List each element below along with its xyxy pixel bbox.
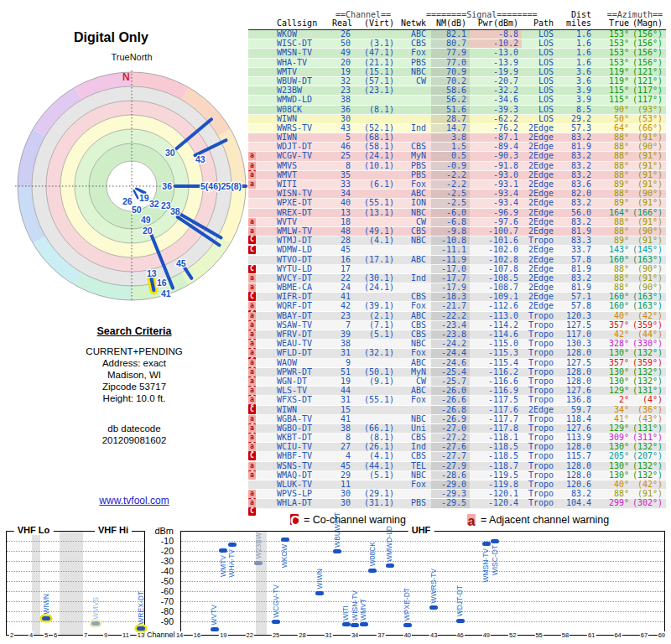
distance-cell: 83.2 — [557, 162, 594, 170]
warning-cell: aC — [248, 162, 277, 170]
station-label: WHA-TV — [227, 549, 236, 578]
channel-tick: 14 — [175, 631, 184, 639]
azimuth-true-cell: 50° — [594, 115, 631, 123]
azimuth-magn-cell: (132°) — [631, 471, 666, 480]
pwr-dbm-cell: -76.2 — [470, 124, 522, 132]
pwr-dbm-cell: -34.6 — [470, 96, 522, 104]
distance-cell: 113.9 — [557, 434, 594, 442]
dbm-tick: -10 — [149, 536, 174, 546]
station-label: WWRS-TV — [429, 569, 438, 604]
virtual-channel-cell: (26.1) — [351, 443, 394, 451]
adjacent-channel-warning-icon: a — [248, 312, 256, 320]
warning-cell — [248, 480, 277, 489]
callsign-cell: WMVS — [277, 162, 332, 170]
chart-frame — [6, 531, 145, 636]
network-cell: Fox — [394, 396, 431, 404]
nm-db-cell: 77.0 — [431, 59, 470, 67]
warning-cell: C — [248, 293, 277, 301]
tvfool-report: Digital Only TrueNorth N3043365(46)25(8)… — [0, 0, 671, 644]
warning-cell: a — [248, 274, 277, 283]
search-criteria-heading: Search Criteria — [34, 325, 235, 337]
warning-cell: aC — [248, 499, 277, 507]
distance-cell: 57.8 — [557, 256, 594, 264]
pwr-dbm-cell: -116.9 — [470, 387, 522, 395]
pwr-dbm-cell: -117.8 — [470, 424, 522, 433]
path-cell: 2Edge — [522, 256, 557, 264]
distance-cell: 83.2 — [557, 171, 594, 179]
channel-tick: 69 — [658, 631, 666, 639]
warning-cell — [248, 96, 277, 104]
azimuth-true-cell: 129° — [594, 424, 631, 433]
co-channel-warning-icon: C — [248, 406, 256, 414]
real-channel-cell: 49 — [332, 49, 351, 57]
azimuth-true-cell: 160° — [594, 293, 631, 301]
station-marker — [228, 543, 237, 547]
azimuth-magn-cell: (91°) — [631, 152, 666, 160]
nm-db-cell: 1.5 — [431, 143, 470, 151]
nm-db-cell: -0.9 — [431, 162, 470, 170]
network-cell: Fox — [394, 349, 431, 357]
pwr-dbm-cell: -115.0 — [470, 340, 522, 348]
azimuth-true-cell: 328° — [594, 340, 631, 348]
azimuth-true-cell: 88° — [594, 227, 631, 236]
azimuth-true-cell: 34° — [594, 406, 631, 414]
network-cell: NBC — [394, 236, 431, 245]
nm-db-cell: -29.5 — [431, 499, 470, 507]
azimuth-true-cell: 41° — [594, 415, 631, 423]
azimuth-true-cell: 309° — [594, 434, 631, 442]
nm-db-cell: -26.6 — [431, 396, 470, 404]
virtual-channel-cell: (15.1) — [351, 68, 394, 76]
azimuth-magn-cell: (44°) — [631, 330, 666, 339]
station-label: WREX-DT — [137, 591, 145, 625]
warning-cell: aC — [248, 415, 277, 423]
distance-cell: 104.4 — [557, 499, 594, 507]
real-channel-cell: 9 — [332, 359, 351, 367]
azimuth-true-cell: 88° — [594, 283, 631, 292]
channel-tick: 55 — [534, 631, 543, 639]
virtual-channel-cell — [351, 387, 394, 395]
distance-cell: 128.0 — [557, 377, 594, 386]
adjacent-channel-warning-icon: a — [248, 302, 256, 310]
nm-db-cell: -17.9 — [431, 283, 470, 292]
virtual-channel-cell: (47.1) — [351, 49, 394, 57]
azimuth-true-cell: 88° — [594, 162, 631, 170]
warning-cell — [248, 190, 277, 198]
nm-db-cell: -6.0 — [431, 209, 470, 217]
distance-cell: 56.0 — [557, 209, 594, 217]
channel-tick: 5 — [44, 631, 49, 639]
pwr-dbm-cell: -117.7 — [470, 415, 522, 423]
pwr-dbm-cell: -97.6 — [470, 218, 522, 226]
distance-cell: 1.6 — [557, 30, 594, 39]
azimuth-magn-cell: (207°) — [631, 452, 666, 460]
channel-tick: 4 — [29, 631, 34, 639]
station-marker — [281, 538, 289, 542]
adjacent-channel-warning-icon: a — [248, 349, 256, 357]
callsign-cell: WFRV-DT — [277, 330, 332, 339]
warning-cell: a — [248, 218, 277, 226]
channel-tick: 25 — [272, 631, 280, 639]
azimuth-true-cell: 130° — [594, 377, 631, 386]
dbm-tick: -20 — [149, 546, 174, 556]
band-label: VHF Hi — [95, 525, 132, 535]
pwr-dbm-cell: -116.6 — [470, 377, 522, 386]
pwr-dbm-cell: -108.5 — [470, 274, 522, 283]
distance-cell: 83.2 — [557, 199, 594, 207]
network-cell: PBS — [394, 162, 431, 170]
callsign-cell: WHBF-TV — [277, 452, 332, 460]
adjacent-channel-warning-icon: a — [248, 321, 256, 330]
callsign-cell: WISC-DT — [277, 39, 332, 48]
tvfool-link[interactable]: www.tvfool.com — [34, 495, 235, 506]
network-cell — [394, 265, 431, 273]
station-label: WITI — [341, 605, 350, 621]
network-cell: Uni — [394, 424, 431, 433]
distance-cell: 130.3 — [557, 340, 594, 348]
search-height: Height: 10.0 ft. — [34, 392, 235, 404]
pwr-dbm-cell: -90.3 — [470, 152, 522, 160]
nm-db-cell: -28.6 — [431, 471, 470, 480]
callsign-cell: WFLD-DT — [277, 349, 332, 357]
callsign-cell: WIWN — [277, 406, 332, 414]
distance-cell: 57.8 — [557, 302, 594, 310]
real-channel-cell: 7 — [332, 321, 351, 330]
chart-frame — [180, 531, 665, 636]
path-cell: 2Edge — [522, 302, 557, 310]
